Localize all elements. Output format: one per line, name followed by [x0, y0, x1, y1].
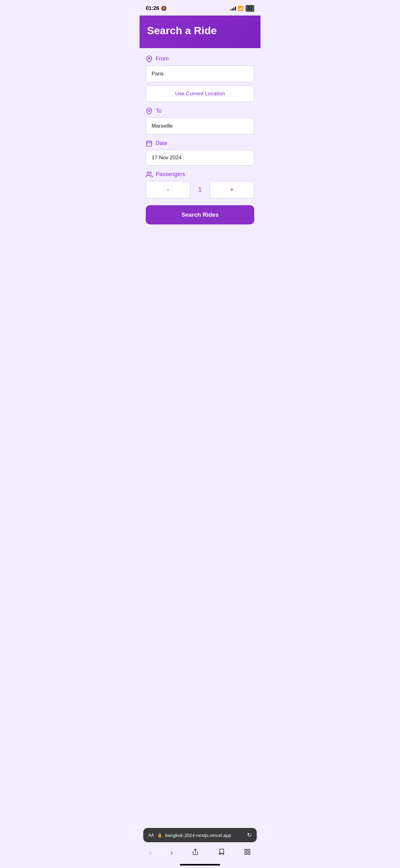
- status-time: 01:26 🔕: [146, 5, 167, 11]
- passengers-counter: - 1 +: [146, 181, 254, 198]
- page-header: Search a Ride: [139, 16, 261, 48]
- to-label-text: To: [156, 108, 162, 114]
- search-rides-label: Search Rides: [181, 211, 219, 218]
- date-value: 17 Nov 2024: [152, 155, 181, 160]
- to-section: To: [146, 108, 254, 134]
- bell-icon: 🔕: [161, 6, 167, 11]
- battery-indicator: 37: [245, 5, 254, 12]
- location-from-icon: [146, 56, 153, 62]
- passengers-label: Passengers: [146, 171, 254, 178]
- status-icons: 📶 37: [230, 5, 254, 12]
- signal-icon: [230, 6, 236, 10]
- decrement-label: -: [167, 186, 169, 193]
- date-section: Date 17 Nov 2024: [146, 140, 254, 165]
- passengers-count: 1: [195, 186, 205, 193]
- main-content: From Use Current Location To Date: [139, 48, 261, 232]
- date-label: Date: [146, 140, 254, 147]
- increment-label: +: [230, 186, 234, 193]
- search-rides-button[interactable]: Search Rides: [146, 205, 254, 224]
- passengers-icon: [146, 171, 153, 178]
- from-section: From Use Current Location: [146, 56, 254, 102]
- svg-point-1: [148, 110, 150, 112]
- time-label: 01:26: [146, 5, 159, 11]
- date-label-text: Date: [156, 140, 167, 147]
- page-title: Search a Ride: [147, 24, 253, 37]
- svg-rect-2: [147, 141, 152, 146]
- from-label: From: [146, 56, 254, 62]
- bottom-space: [139, 232, 261, 269]
- decrement-button[interactable]: -: [146, 181, 190, 198]
- to-label: To: [146, 108, 254, 115]
- calendar-icon: [146, 140, 153, 147]
- date-picker[interactable]: 17 Nov 2024: [146, 150, 254, 165]
- use-location-label: Use Current Location: [175, 91, 225, 97]
- battery-level: 37: [247, 6, 253, 11]
- to-input[interactable]: [146, 118, 254, 134]
- from-label-text: From: [156, 56, 169, 62]
- from-input[interactable]: [146, 65, 254, 82]
- status-bar: 01:26 🔕 📶 37: [139, 0, 261, 16]
- location-to-icon: [146, 108, 153, 115]
- svg-point-0: [148, 57, 150, 59]
- increment-button[interactable]: +: [210, 181, 254, 198]
- passengers-section: Passengers - 1 +: [146, 171, 254, 198]
- passengers-label-text: Passengers: [156, 171, 185, 178]
- wifi-icon: 📶: [238, 6, 244, 11]
- use-current-location-button[interactable]: Use Current Location: [146, 85, 254, 102]
- svg-point-6: [147, 172, 149, 174]
